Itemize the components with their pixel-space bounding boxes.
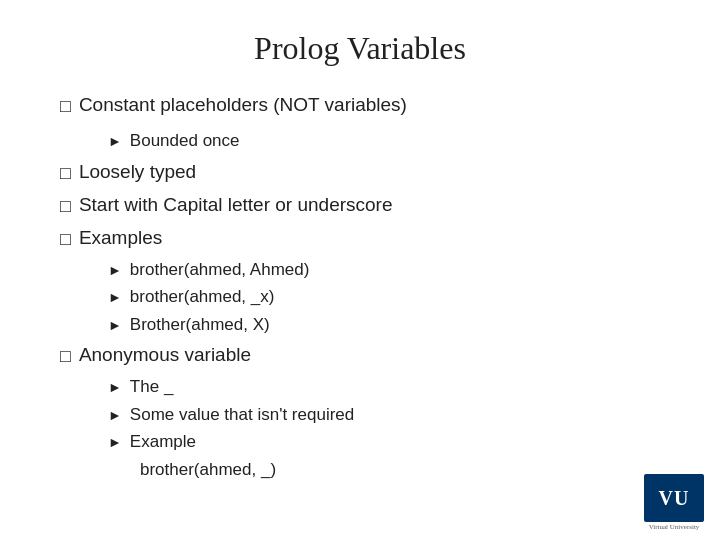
content-area: □ Constant placeholders (NOT variables) … xyxy=(60,91,660,482)
sub-list-item: ► brother(ahmed, Ahmed) xyxy=(108,257,660,283)
slide: Prolog Variables □ Constant placeholders… xyxy=(0,0,720,540)
sub-item-label: brother(ahmed, Ahmed) xyxy=(130,257,310,283)
bullet-icon: □ xyxy=(60,193,71,220)
list-item: □ Examples xyxy=(60,224,660,253)
arrow-icon: ► xyxy=(108,131,122,152)
sub-item-label: Brother(ahmed, X) xyxy=(130,312,270,338)
bullet-icon: □ xyxy=(60,343,71,370)
list-item: □ Loosely typed xyxy=(60,158,660,187)
sub-list: ► Bounded once xyxy=(108,128,660,154)
sub-list-item: ► Some value that isn't required xyxy=(108,402,660,428)
sub-item-label: Example xyxy=(130,429,196,455)
sub-item-label: Some value that isn't required xyxy=(130,402,354,428)
list-item: □ Constant placeholders (NOT variables) xyxy=(60,91,660,120)
logo: VU Virtual University xyxy=(644,474,704,524)
item-label: Examples xyxy=(79,224,162,253)
sub-sub-item: brother(ahmed, _) xyxy=(140,457,660,483)
sub-list: ► The _ ► Some value that isn't required… xyxy=(108,374,660,482)
arrow-icon: ► xyxy=(108,377,122,398)
arrow-icon: ► xyxy=(108,315,122,336)
arrow-icon: ► xyxy=(108,260,122,281)
bullet-icon: □ xyxy=(60,93,71,120)
sub-item-label: The _ xyxy=(130,374,173,400)
sub-list-item: ► The _ xyxy=(108,374,660,400)
item-label: Anonymous variable xyxy=(79,341,251,370)
slide-title: Prolog Variables xyxy=(60,30,660,67)
logo-text: VU xyxy=(659,487,690,510)
logo-box: VU xyxy=(644,474,704,522)
sub-list-item: ► Bounded once xyxy=(108,128,660,154)
bullet-icon: □ xyxy=(60,226,71,253)
item-label: Start with Capital letter or underscore xyxy=(79,191,393,220)
arrow-icon: ► xyxy=(108,287,122,308)
list-item: □ Anonymous variable xyxy=(60,341,660,370)
item-label: Loosely typed xyxy=(79,158,196,187)
sub-list-item: ► brother(ahmed, _x) xyxy=(108,284,660,310)
sub-item-label: brother(ahmed, _x) xyxy=(130,284,275,310)
logo-subtext: Virtual University xyxy=(644,523,704,531)
sub-list-item: ► Example xyxy=(108,429,660,455)
sub-list: ► brother(ahmed, Ahmed) ► brother(ahmed,… xyxy=(108,257,660,338)
item-label: Constant placeholders (NOT variables) xyxy=(79,91,407,120)
arrow-icon: ► xyxy=(108,405,122,426)
sub-list-item: ► Brother(ahmed, X) xyxy=(108,312,660,338)
list-item: □ Start with Capital letter or underscor… xyxy=(60,191,660,220)
bullet-icon: □ xyxy=(60,160,71,187)
sub-item-label: Bounded once xyxy=(130,128,240,154)
arrow-icon: ► xyxy=(108,432,122,453)
